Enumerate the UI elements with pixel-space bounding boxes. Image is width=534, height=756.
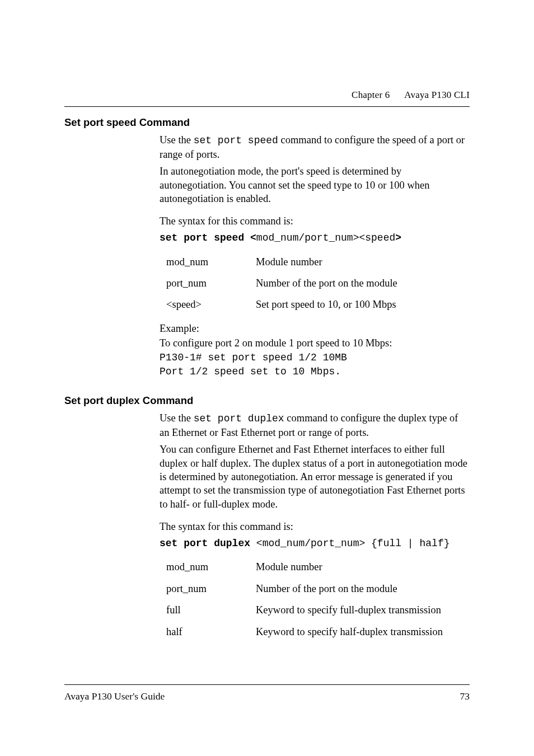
syntax-line: set port duplex <mod_num/port_num> {full… bbox=[160, 536, 470, 551]
section-body-set-port-duplex: Use the set port duplex command to confi… bbox=[160, 411, 470, 638]
section-body-set-port-speed: Use the set port speed command to config… bbox=[160, 133, 470, 379]
defs-row: full Keyword to specify full-duplex tran… bbox=[160, 603, 470, 617]
example-line: P130-1# set port speed 1/2 10MB bbox=[160, 351, 470, 365]
defs-desc: Module number bbox=[256, 255, 470, 269]
chapter-label: Chapter 6 bbox=[352, 90, 390, 100]
defs-desc: Keyword to specify full-duplex transmiss… bbox=[256, 603, 470, 617]
defs-term: port_num bbox=[160, 276, 256, 290]
syntax-args: <mod_num/port_num> {full | half} bbox=[256, 538, 450, 549]
header-title: Avaya P130 CLI bbox=[404, 90, 470, 100]
syntax-cmd: set port duplex bbox=[160, 538, 256, 549]
intro-para: Use the set port duplex command to confi… bbox=[160, 411, 470, 439]
defs-desc: Set port speed to 10, or 100 Mbps bbox=[256, 298, 470, 311]
defs-term: mod_num bbox=[160, 255, 256, 269]
defs-term: port_num bbox=[160, 582, 256, 595]
intro-pre: Use the bbox=[160, 412, 194, 424]
defs-term: half bbox=[160, 625, 256, 638]
intro-para: Use the set port speed command to config… bbox=[160, 133, 470, 161]
syntax-tail: > bbox=[395, 232, 401, 243]
defs-term: mod_num bbox=[160, 560, 256, 574]
intro-code: set port duplex bbox=[194, 413, 284, 424]
defs-row: port_num Number of the port on the modul… bbox=[160, 276, 470, 290]
section-title-set-port-speed: Set port speed Command bbox=[64, 116, 470, 129]
defs-table: mod_num Module number port_num Number of… bbox=[160, 255, 470, 312]
defs-table: mod_num Module number port_num Number of… bbox=[160, 560, 470, 638]
footer-rule bbox=[64, 684, 470, 685]
example-intro: To configure port 2 on module 1 port spe… bbox=[160, 336, 470, 350]
defs-row: <speed> Set port speed to 10, or 100 Mbp… bbox=[160, 298, 470, 311]
syntax-cmd: set port speed < bbox=[160, 232, 256, 243]
running-header: Chapter 6 Avaya P130 CLI bbox=[352, 90, 470, 101]
intro-code: set port speed bbox=[194, 135, 278, 146]
example-label: Example: bbox=[160, 322, 470, 335]
defs-row: mod_num Module number bbox=[160, 560, 470, 574]
footer-left: Avaya P130 User's Guide bbox=[64, 691, 165, 702]
defs-desc: Keyword to specify half-duplex transmiss… bbox=[256, 625, 470, 638]
page-footer: Avaya P130 User's Guide 73 bbox=[64, 684, 470, 702]
syntax-line: set port speed <mod_num/port_num><speed> bbox=[160, 231, 470, 245]
defs-desc: Module number bbox=[256, 560, 470, 574]
intro-pre: Use the bbox=[160, 134, 194, 145]
defs-desc: Number of the port on the module bbox=[256, 582, 470, 595]
intro-para-2: You can configure Ethernet and Fast Ethe… bbox=[160, 443, 470, 511]
section-title-set-port-duplex: Set port duplex Command bbox=[64, 395, 470, 407]
syntax-label: The syntax for this command is: bbox=[160, 520, 470, 533]
footer-page-number: 73 bbox=[460, 691, 470, 702]
defs-row: half Keyword to specify half-duplex tran… bbox=[160, 625, 470, 638]
page-content: Set port speed Command Use the set port … bbox=[64, 116, 470, 649]
defs-row: port_num Number of the port on the modul… bbox=[160, 582, 470, 595]
intro-para-2: In autonegotiation mode, the port's spee… bbox=[160, 165, 470, 205]
syntax-label: The syntax for this command is: bbox=[160, 214, 470, 228]
header-rule bbox=[64, 106, 470, 107]
example-line: Port 1/2 speed set to 10 Mbps. bbox=[160, 365, 470, 379]
defs-term: full bbox=[160, 603, 256, 617]
defs-term: <speed> bbox=[160, 298, 256, 311]
syntax-args: mod_num/port_num><speed bbox=[256, 232, 395, 243]
defs-desc: Number of the port on the module bbox=[256, 276, 470, 290]
defs-row: mod_num Module number bbox=[160, 255, 470, 269]
